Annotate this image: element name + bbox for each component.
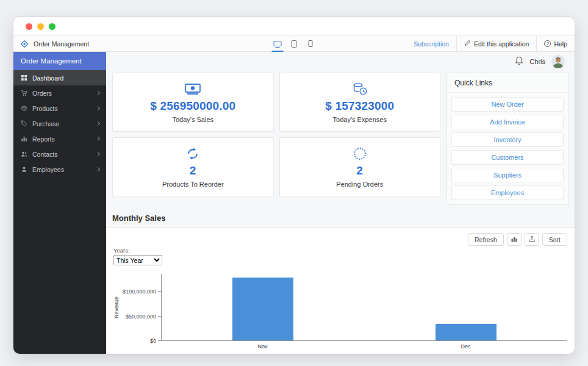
pencil-icon xyxy=(464,40,471,48)
quick-link-new-order[interactable]: New Order xyxy=(451,97,564,112)
main-content: Chris $ 256950000.00 Today's Sales xyxy=(106,52,575,354)
todays-expenses-value: $ 157323000 xyxy=(325,99,394,113)
coins-clock-icon xyxy=(353,82,367,96)
chevron-right-icon xyxy=(96,167,100,171)
contacts-icon xyxy=(20,151,27,157)
sidebar-item-orders[interactable]: Orders xyxy=(13,85,106,101)
close-button[interactable] xyxy=(26,23,32,30)
chevron-right-icon xyxy=(96,121,100,126)
window-titlebar xyxy=(13,17,575,35)
chevron-right-icon xyxy=(96,91,100,95)
todays-expenses-label: Today's Expenses xyxy=(333,116,387,123)
pending-orders-label: Pending Orders xyxy=(336,181,383,188)
todays-expenses-card[interactable]: $ 157323000 Today's Expenses xyxy=(279,73,441,132)
subscription-link[interactable]: Subscription xyxy=(406,36,456,51)
years-filter-label: Years: xyxy=(113,247,567,254)
chevron-right-icon xyxy=(96,106,100,110)
tag-icon xyxy=(20,120,27,127)
sidebar-item-reports[interactable]: Reports xyxy=(13,131,106,146)
sidebar-item-purchase[interactable]: Purchase xyxy=(13,116,106,131)
cart-icon xyxy=(20,90,27,96)
x-tick-label: Nov xyxy=(161,343,364,350)
export-button[interactable] xyxy=(525,233,539,246)
sort-button[interactable]: Sort xyxy=(542,233,567,246)
products-to-reorder-value: 2 xyxy=(190,164,196,178)
app-title: Order Management xyxy=(34,40,89,48)
sidebar-item-employees[interactable]: Employees xyxy=(13,162,106,177)
device-tablet-button[interactable] xyxy=(286,36,303,51)
device-desktop-button[interactable] xyxy=(270,36,286,51)
products-to-reorder-label: Products To Reorder xyxy=(162,181,224,188)
quick-link-inventory[interactable]: Inventory xyxy=(451,132,564,147)
quick-links-panel: Quick Links New Order Add Invoice Invent… xyxy=(446,73,568,205)
device-phone-button[interactable] xyxy=(303,36,319,51)
y-axis-label: Revenue xyxy=(113,296,120,318)
quick-link-add-invoice[interactable]: Add Invoice xyxy=(451,115,564,129)
app-window: Order Management Subscription Edit this … xyxy=(13,17,575,354)
sidebar: Order Management Dashboard Orders Produc… xyxy=(13,52,106,354)
help-button[interactable]: Help xyxy=(536,36,575,51)
app-logo-icon xyxy=(20,40,29,48)
refresh-button[interactable]: Refresh xyxy=(468,233,504,246)
phone-icon xyxy=(309,40,313,47)
todays-sales-label: Today's Sales xyxy=(172,116,213,123)
user-avatar[interactable] xyxy=(551,55,565,68)
x-labels: NovDec xyxy=(161,341,567,350)
kpi-cards: $ 256950000.00 Today's Sales $ 157323000… xyxy=(112,73,440,205)
bar-dec[interactable] xyxy=(436,324,497,340)
bar-chart-icon xyxy=(20,135,27,142)
device-preview-toggle xyxy=(270,36,319,51)
box-icon xyxy=(20,105,27,112)
export-icon xyxy=(529,235,535,243)
minimize-button[interactable] xyxy=(37,23,44,30)
username-label: Chris xyxy=(529,58,545,65)
sidebar-item-dashboard[interactable]: Dashboard xyxy=(13,70,106,85)
year-filter-select[interactable]: This Year xyxy=(113,255,162,265)
todays-sales-value: $ 256950000.00 xyxy=(150,99,235,113)
products-to-reorder-card[interactable]: 2 Products To Reorder xyxy=(112,137,274,196)
quick-link-customers[interactable]: Customers xyxy=(451,150,564,165)
zoom-button[interactable] xyxy=(49,23,56,30)
app-header-bar: Order Management Subscription Edit this … xyxy=(13,35,575,52)
user-topbar: Chris xyxy=(106,52,575,71)
dotted-circle-icon xyxy=(354,146,366,161)
x-tick-label: Dec xyxy=(364,343,567,350)
plot-area: $0$50,000,000$100,000,000 xyxy=(161,274,567,341)
chevron-right-icon xyxy=(96,137,100,141)
desktop-icon xyxy=(274,41,282,46)
person-icon xyxy=(20,166,27,173)
column-chart-icon xyxy=(511,236,517,243)
cash-icon xyxy=(185,82,201,96)
quick-link-employees[interactable]: Employees xyxy=(451,185,564,200)
bar-nov[interactable] xyxy=(232,278,293,340)
monthly-sales-chart-panel: Refresh Sort xyxy=(106,228,575,354)
sidebar-item-products[interactable]: Products xyxy=(13,101,106,116)
chart-type-button[interactable] xyxy=(507,233,522,246)
todays-sales-card[interactable]: $ 256950000.00 Today's Sales xyxy=(112,73,274,132)
pending-orders-card[interactable]: 2 Pending Orders xyxy=(279,137,441,196)
sidebar-app-title: Order Management xyxy=(13,52,106,70)
monthly-sales-title: Monthly Sales xyxy=(106,211,575,228)
quick-links-title: Quick Links xyxy=(447,73,568,93)
chart-toolbar: Refresh Sort xyxy=(113,233,567,246)
sidebar-item-contacts[interactable]: Contacts xyxy=(13,146,106,162)
chevron-right-icon xyxy=(96,152,100,156)
dashboard-icon xyxy=(20,74,27,81)
monthly-sales-section: Monthly Sales Refresh xyxy=(106,211,575,354)
pending-orders-value: 2 xyxy=(356,164,363,178)
help-icon xyxy=(544,40,551,47)
notifications-button[interactable] xyxy=(515,56,523,68)
tablet-icon xyxy=(292,40,297,48)
refresh-cycle-icon xyxy=(186,146,199,161)
bar-chart: Revenue $0$50,000,000$100,000,000 xyxy=(113,274,567,341)
quick-link-suppliers[interactable]: Suppliers xyxy=(451,168,564,182)
edit-application-button[interactable]: Edit this application xyxy=(456,36,536,51)
